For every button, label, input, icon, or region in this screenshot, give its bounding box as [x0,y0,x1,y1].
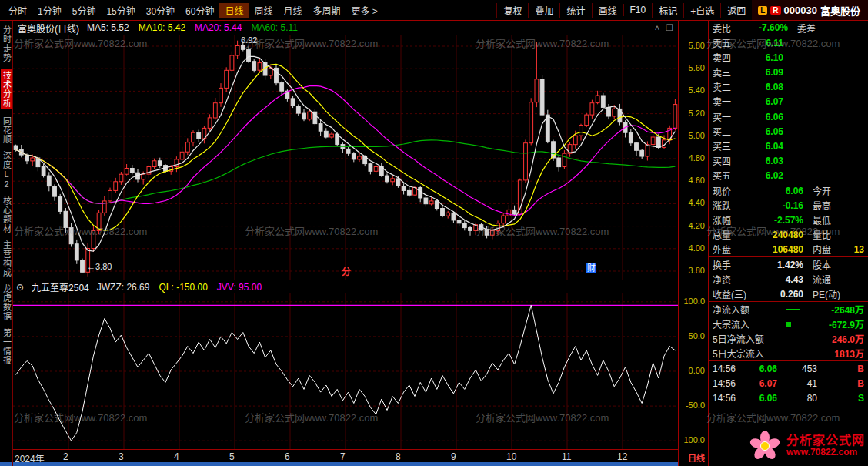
tick-price: 6.06 [743,393,777,404]
candlestick-chart[interactable]: 6.92 ←3.80 分 财 [13,35,678,280]
buy-row-1[interactable]: 买一6.06 [709,109,868,124]
level-badge: L [758,6,767,15]
toolbar-button-5[interactable]: F10 [623,4,653,16]
info-row: 总量240480量比 [709,227,868,242]
flow-value: 1813万 [786,347,864,360]
period-tab-3[interactable]: 5分钟 [67,3,102,18]
x-axis-label: 5 [229,451,235,462]
horizontal-scrollbar[interactable] [0,462,678,466]
tick-volume: 453 [777,364,817,374]
info-row: 现价6.06今开 [709,183,868,198]
inflow-line-icon [786,309,800,310]
info-label-2: 最低 [813,213,850,226]
info-label: 换手 [713,258,757,271]
sell-price: 6.07 [739,96,783,107]
ma-legend: MA5: 5.52MA10: 5.42MA20: 5.44MA60: 5.11 [87,22,307,33]
info-value: 106480 [757,244,803,255]
buy-price: 6.03 [739,156,783,166]
indicator-name: 九五至尊2504 [32,280,89,293]
price-axis-label: 5.60 [689,63,705,72]
info-value: 240480 [757,230,803,240]
buy-row-5[interactable]: 买五6.02 [709,168,868,183]
window-icon[interactable]: ❐ [666,23,673,33]
period-tab-4[interactable]: 15分钟 [101,3,140,18]
tick-row-2: 14:566.0741B [709,376,868,391]
info-label-2: 最高 [813,199,850,212]
info-row: 收益(三)0.260PE(动) [709,287,868,301]
sidebar-tab-6[interactable]: 主营构成 [1,240,12,277]
sidebar-tab-3[interactable]: 同花顺 [1,116,12,144]
buy-price: 6.04 [739,141,783,152]
info-label: 净资 [713,273,757,286]
sell-level-label: 卖二 [713,80,739,93]
toolbar-button-1[interactable]: 复权 [496,3,528,18]
indicator-param-3: JVV: 95.00 [217,282,262,293]
x-axis-label: 4 [174,451,179,462]
tick-side: B [817,378,864,389]
sidebar-tab-1[interactable]: 分时走势 [1,25,12,62]
info-label: 总量 [713,228,757,241]
sell-row-3[interactable]: 卖三6.09 [709,65,868,79]
period-tab-8[interactable]: 周线 [249,3,278,18]
period-tab-2[interactable]: 1分钟 [32,3,67,18]
sidebar-tab-4[interactable]: 深度L2 [1,151,12,189]
collapse-icon[interactable]: ˄ [655,23,659,33]
tick-row-1: 14:566.06453B [709,361,868,376]
sell-row-2[interactable]: 卖二6.08 [709,79,868,94]
info-value-2: 13 [850,244,864,255]
toolbar-button-6[interactable]: 标记 [652,3,683,18]
x-axis-label: 6 [285,451,290,462]
buy-row-3[interactable]: 买三6.04 [709,139,868,153]
period-tab-11[interactable]: 更多 > [346,3,383,18]
toolbar-button-7[interactable]: +自选 [683,3,720,18]
period-tab-10[interactable]: 多周期 [308,3,346,18]
indicator-chart[interactable] [13,293,678,449]
sidebar-tab-5[interactable]: 核心题材 [1,196,12,233]
period-tab-5[interactable]: 30分钟 [141,3,180,18]
buy-row-2[interactable]: 买二6.05 [709,124,868,139]
tick-volume: 80 [777,393,817,404]
buy-level-label: 买五 [713,169,739,182]
info-label-2: 今开 [813,184,850,197]
info-label-2: 量比 [813,228,850,241]
price-axis-label: 5.40 [689,85,705,95]
sell-price: 6.09 [739,67,783,78]
period-menu: 分时1分钟5分钟15分钟30分钟60分钟日线周线月线多周期更多 > [0,3,383,18]
sell-price: 6.08 [739,82,783,92]
sidebar-tab-2[interactable]: 技术分析 [1,69,12,109]
sell-row-1[interactable]: 卖一6.07 [709,94,868,109]
indicator-bullet-icon[interactable]: ⊙ [16,282,24,293]
toolbar-button-3[interactable]: 统计 [559,3,591,18]
sell-row-5[interactable]: 卖五6.11 [709,35,868,50]
report-marker-icon: 财 [586,263,596,273]
price-axis-label: 5.20 [689,109,705,118]
info-value: 1.42% [757,260,803,270]
price-axis-label: 4.60 [689,176,705,185]
sidebar-tab-7[interactable]: 龙虎数据 [1,284,12,321]
period-tab-9[interactable]: 月线 [279,3,308,18]
x-axis-label: 8 [396,451,401,462]
period-tab-1[interactable]: 分时 [3,3,32,18]
price-axis-label: 4.40 [689,198,705,207]
ma-label-4: MA60: 5.11 [251,22,297,33]
stock-code: 000030 [784,5,817,16]
toolbar-button-8[interactable]: 返回 [720,3,752,18]
left-tab-sidebar: 分时走势技术分析同花顺深度L2核心题材主营构成龙虎数据第一情报 [0,21,13,466]
sell-row-4[interactable]: 卖四6.10 [709,50,868,65]
buy-level-label: 买一 [713,110,739,123]
toolbar-button-2[interactable]: 叠加 [528,3,559,18]
buy-row-4[interactable]: 买四6.03 [709,153,868,168]
sidebar-tab-8[interactable]: 第一情报 [1,328,12,365]
period-tab-7[interactable]: 日线 [219,3,249,18]
site-logo[interactable]: 分析家公式网 www.70822.com [748,429,865,463]
tick-price: 6.06 [743,364,777,374]
period-tab-6[interactable]: 60分钟 [180,3,219,18]
toolbar-button-4[interactable]: 画线 [592,3,623,18]
flow-label: 净流入额 [713,303,786,316]
peak-price-annotation: 6.92 [241,35,257,45]
info-label-2: PE(动) [813,287,850,300]
chart-title: 富奥股份(日线) [18,22,79,35]
top-menu-bar: 分时1分钟5分钟15分钟30分钟60分钟日线周线月线多周期更多 > 复权叠加统计… [0,0,868,21]
info-label: 收益(三) [713,287,757,300]
x-axis-label: 2 [63,451,68,462]
